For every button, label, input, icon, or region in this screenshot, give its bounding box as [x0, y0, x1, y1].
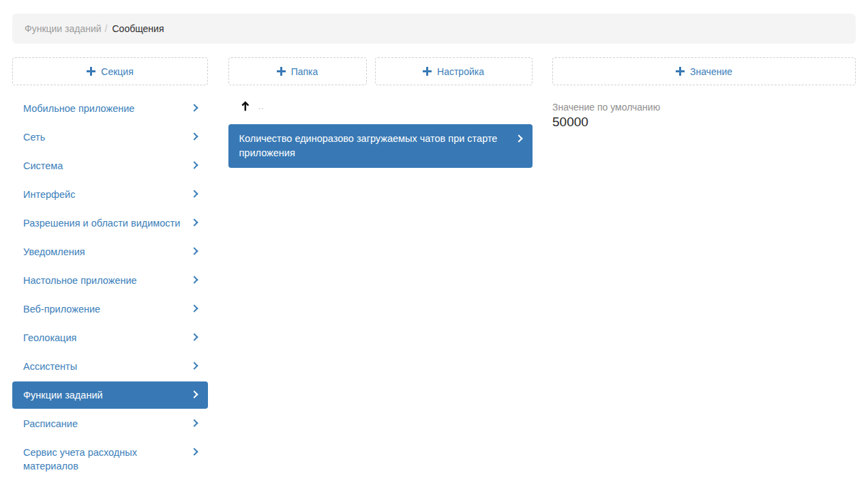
arrow-up-icon [241, 100, 250, 112]
up-folder-button[interactable]: .. [228, 95, 533, 117]
chevron-right-icon [190, 390, 198, 398]
sidebar-item-task-functions[interactable]: Функции заданий [12, 381, 208, 409]
chevron-right-icon [190, 448, 198, 455]
sidebar-item-label: Сервис учета расходных материалов [23, 446, 183, 473]
sidebar-item-label: Разрешения и области видимости [23, 216, 180, 230]
setting-item-chats-load-count[interactable]: Количество единоразово загружаемых чатов… [228, 124, 533, 168]
value-column: Значение по умолчанию 50000 [552, 95, 856, 130]
chevron-right-icon [190, 132, 198, 140]
sidebar-item-label: Сеть [23, 130, 45, 144]
breadcrumb-current: Сообщения [112, 23, 164, 34]
sidebar-item-label: Функции заданий [23, 388, 103, 402]
chevron-right-icon [190, 247, 198, 255]
sidebar-item-network[interactable]: Сеть [12, 124, 208, 151]
setting-item-label: Количество единоразово загружаемых чатов… [239, 132, 508, 160]
sections-sidebar: Мобильное приложение Сеть Система Интерф… [12, 95, 208, 481]
page-container: Функции заданий / Сообщения Секция Папка… [0, 0, 868, 481]
sidebar-item-web-app[interactable]: Веб-приложение [12, 295, 208, 323]
sidebar-item-permissions[interactable]: Разрешения и области видимости [12, 209, 208, 237]
sidebar-item-schedule[interactable]: Расписание [12, 410, 208, 437]
sidebar-item-label: Геолокация [23, 331, 76, 345]
sidebar-item-label: Настольное приложение [23, 274, 137, 287]
toolbar-middle-group: Папка Настройка [228, 57, 533, 85]
chevron-right-icon [190, 276, 198, 283]
plus-icon [277, 67, 286, 76]
chevron-right-icon [190, 218, 198, 226]
add-folder-label: Папка [291, 66, 318, 77]
plus-icon [676, 67, 685, 76]
add-value-button[interactable]: Значение [552, 57, 856, 85]
sidebar-item-mobile-app[interactable]: Мобильное приложение [12, 95, 208, 122]
add-value-label: Значение [690, 66, 732, 77]
sidebar-item-consumables-service[interactable]: Сервис учета расходных материалов [12, 439, 208, 480]
up-folder-label: .. [258, 101, 265, 111]
sidebar-item-system[interactable]: Система [12, 152, 208, 179]
sidebar-item-assistants[interactable]: Ассистенты [12, 353, 208, 380]
toolbar: Секция Папка Настройка Значение [12, 57, 856, 85]
sidebar-item-label: Веб-приложение [23, 302, 100, 316]
add-section-button[interactable]: Секция [12, 57, 208, 85]
chevron-right-icon [190, 333, 198, 341]
sidebar-item-label: Ассистенты [23, 360, 77, 373]
sidebar-item-label: Мобильное приложение [23, 102, 134, 115]
chevron-right-icon [190, 362, 198, 369]
add-setting-button[interactable]: Настройка [375, 57, 533, 85]
breadcrumb: Функции заданий / Сообщения [12, 14, 856, 44]
sidebar-item-label: Интерфейс [23, 188, 75, 201]
add-section-label: Секция [101, 66, 133, 77]
breadcrumb-separator: / [105, 23, 108, 34]
default-value-label: Значение по умолчанию [552, 102, 856, 113]
chevron-right-icon [190, 304, 198, 312]
plus-icon [87, 67, 95, 76]
breadcrumb-parent-link[interactable]: Функции заданий [25, 23, 102, 34]
add-folder-button[interactable]: Папка [228, 57, 367, 85]
sidebar-item-interface[interactable]: Интерфейс [12, 181, 208, 208]
add-setting-label: Настройка [437, 66, 484, 77]
sidebar-item-notifications[interactable]: Уведомления [12, 238, 208, 265]
chevron-right-icon [190, 161, 198, 169]
sidebar-item-label: Уведомления [23, 245, 85, 259]
sidebar-item-label: Расписание [23, 417, 78, 431]
sidebar-item-label: Система [23, 159, 63, 173]
default-value: 50000 [552, 115, 856, 130]
main-content: Мобильное приложение Сеть Система Интерф… [12, 95, 856, 481]
chevron-right-icon [190, 419, 198, 426]
chevron-right-icon [190, 190, 198, 197]
chevron-right-icon [515, 134, 522, 142]
chevron-right-icon [190, 104, 198, 111]
sidebar-item-desktop-app[interactable]: Настольное приложение [12, 267, 208, 294]
settings-page: { "colors": { "accent": "#3879b5", "link… [0, 0, 868, 492]
settings-column: .. Количество единоразово загружаемых ча… [228, 95, 533, 168]
plus-icon [423, 67, 432, 76]
sidebar-item-geolocation[interactable]: Геолокация [12, 324, 208, 351]
